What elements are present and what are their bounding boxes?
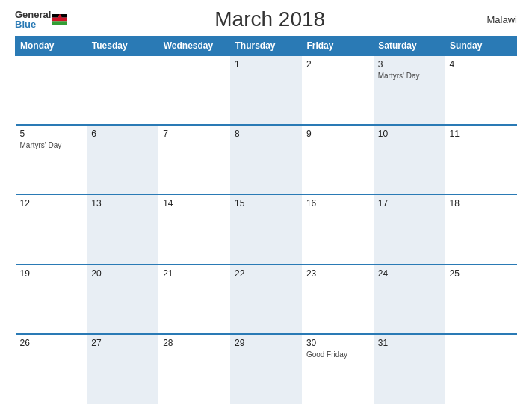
- svg-rect-1: [52, 18, 67, 22]
- cell-date-number: 27: [91, 338, 154, 348]
- day-header-wednesday: Wednesday: [158, 37, 230, 56]
- calendar-cell: 14: [158, 194, 230, 264]
- day-header-sunday: Sunday: [445, 37, 517, 56]
- cell-date-number: 25: [450, 268, 513, 279]
- day-header-tuesday: Tuesday: [87, 37, 158, 56]
- calendar-cell: 21: [158, 265, 230, 334]
- cell-date-number: 4: [450, 59, 513, 69]
- cell-date-number: 15: [235, 198, 297, 208]
- calendar-cell: 15: [230, 194, 302, 264]
- calendar-cell: 3Martyrs' Day: [374, 55, 445, 125]
- calendar-cell: 30Good Friday: [302, 334, 374, 404]
- cell-date-number: 20: [91, 268, 154, 279]
- cell-date-number: 6: [91, 129, 154, 139]
- cell-date-number: 30: [306, 338, 369, 348]
- calendar-cell: 26: [16, 334, 87, 404]
- calendar-week-5: 2627282930Good Friday31: [16, 334, 517, 404]
- day-header-saturday: Saturday: [374, 37, 445, 56]
- cell-date-number: 7: [163, 129, 226, 139]
- calendar-cell: 7: [158, 125, 230, 194]
- calendar-cell: 17: [374, 194, 445, 264]
- logo-blue-text: Blue: [15, 19, 51, 29]
- cell-date-number: 12: [20, 198, 83, 208]
- calendar-cell: 29: [230, 334, 302, 404]
- calendar-cell: 9: [302, 125, 374, 194]
- top-bar: General Blue March 2018 Malawi: [15, 7, 517, 31]
- calendar-cell: 27: [87, 334, 158, 404]
- day-header-thursday: Thursday: [230, 37, 302, 56]
- day-header-monday: Monday: [16, 37, 87, 56]
- cell-date-number: 16: [306, 198, 369, 208]
- cell-date-number: 17: [378, 198, 441, 208]
- svg-rect-2: [52, 21, 67, 25]
- cell-date-number: 11: [450, 129, 513, 139]
- calendar-cell: 5Martyrs' Day: [16, 125, 87, 194]
- calendar-cell: 16: [302, 194, 374, 264]
- calendar-cell: [445, 334, 517, 404]
- cell-event-label: Martyrs' Day: [20, 140, 83, 150]
- cell-event-label: Good Friday: [306, 350, 369, 359]
- calendar-week-2: 5Martyrs' Day67891011: [16, 125, 517, 194]
- calendar-week-1: 123Martyrs' Day4: [16, 55, 517, 125]
- cell-date-number: 31: [378, 338, 441, 348]
- calendar-table: MondayTuesdayWednesdayThursdayFridaySatu…: [15, 36, 517, 404]
- cell-date-number: 1: [235, 59, 297, 69]
- cell-date-number: 3: [378, 59, 441, 69]
- logo-flag-icon: [52, 14, 67, 25]
- calendar-cell: 4: [445, 55, 517, 125]
- calendar-cell: 19: [16, 265, 87, 334]
- calendar-cell: 24: [374, 265, 445, 334]
- cell-date-number: 28: [163, 338, 226, 348]
- cell-date-number: 21: [163, 268, 226, 279]
- calendar-cell: 28: [158, 334, 230, 404]
- calendar-cell: 13: [87, 194, 158, 264]
- cell-date-number: 13: [91, 198, 154, 208]
- day-header-friday: Friday: [302, 37, 374, 56]
- logo: General Blue: [15, 10, 67, 29]
- calendar-title: March 2018: [67, 7, 472, 31]
- cell-date-number: 19: [20, 268, 83, 279]
- calendar-cell: [87, 55, 158, 125]
- calendar-cell: [158, 55, 230, 125]
- calendar-cell: 23: [302, 265, 374, 334]
- calendar-cell: [16, 55, 87, 125]
- calendar-cell: 8: [230, 125, 302, 194]
- cell-date-number: 24: [378, 268, 441, 279]
- cell-date-number: 18: [450, 198, 513, 208]
- calendar-cell: 25: [445, 265, 517, 334]
- calendar-cell: 18: [445, 194, 517, 264]
- cell-date-number: 14: [163, 198, 226, 208]
- country-name: Malawi: [472, 14, 517, 25]
- calendar-header-row: MondayTuesdayWednesdayThursdayFridaySatu…: [16, 37, 517, 56]
- calendar-cell: 2: [302, 55, 374, 125]
- calendar-cell: 10: [374, 125, 445, 194]
- cell-event-label: Martyrs' Day: [378, 71, 441, 81]
- calendar-cell: 1: [230, 55, 302, 125]
- calendar-week-4: 19202122232425: [16, 265, 517, 334]
- cell-date-number: 10: [378, 129, 441, 139]
- cell-date-number: 29: [235, 338, 297, 348]
- cell-date-number: 22: [235, 268, 297, 279]
- cell-date-number: 5: [20, 129, 83, 139]
- calendar-cell: 12: [16, 194, 87, 264]
- cell-date-number: 9: [306, 129, 369, 139]
- calendar-cell: 20: [87, 265, 158, 334]
- cell-date-number: 23: [306, 268, 369, 279]
- cell-date-number: 8: [235, 129, 297, 139]
- calendar-cell: 6: [87, 125, 158, 194]
- cell-date-number: 2: [306, 59, 369, 69]
- calendar-cell: 31: [374, 334, 445, 404]
- calendar-cell: 22: [230, 265, 302, 334]
- calendar-cell: 11: [445, 125, 517, 194]
- calendar-week-3: 12131415161718: [16, 194, 517, 264]
- cell-date-number: 26: [20, 338, 83, 348]
